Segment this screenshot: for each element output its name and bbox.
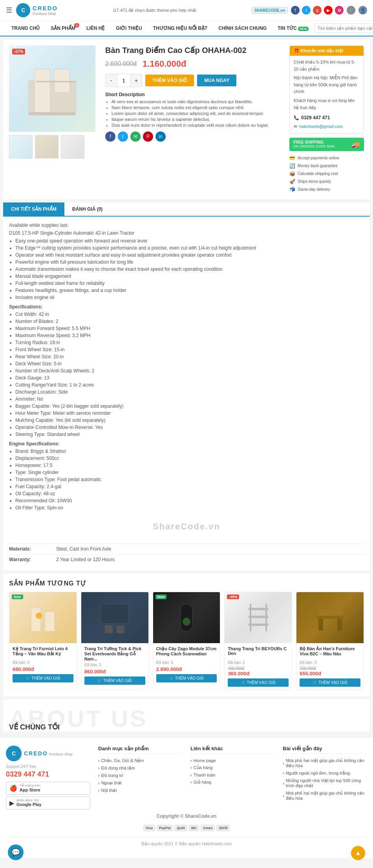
youtube-icon[interactable]: ▶	[324, 6, 333, 15]
add-to-cart-button[interactable]: THÊM VÀO GIỎ	[145, 75, 194, 86]
footer-link[interactable]: Home page	[190, 757, 275, 764]
user-icon[interactable]: 👤	[358, 6, 367, 15]
tab-features-list: Easy one-pedal speed operation with forw…	[9, 238, 364, 300]
twitter-icon[interactable]: t	[302, 6, 311, 15]
spec-item: Deck Gauge: 13	[15, 375, 364, 381]
feature-sameday: Same-day delivery	[298, 187, 330, 191]
footer: C CREDO Furniture Shop Support 24/7 free…	[0, 737, 373, 858]
card-name-4: Thang Trang Trí BEYOURs C Den	[228, 646, 289, 659]
engine-item: Fuel Capacity: 2.4-gal	[15, 484, 364, 489]
header-notice: i17.471 đề chọn được theme phù hợp nhất	[58, 8, 251, 13]
thumbnail-2[interactable]	[35, 135, 59, 159]
footer-link[interactable]: Ngoại thất	[98, 779, 183, 787]
amex-icon: Amex	[201, 825, 215, 831]
facebook-icon[interactable]: f	[291, 6, 300, 15]
footer-phone[interactable]: 0329 447 471	[6, 770, 90, 779]
nav-home[interactable]: TRANG CHỦ	[6, 21, 45, 36]
qty-plus-button[interactable]: +	[131, 74, 142, 87]
shipping-calc-icon: 📦	[289, 171, 295, 177]
spec-item: Discharge Location: Side	[15, 389, 364, 395]
buy-now-button[interactable]: MUA NGAY	[197, 75, 236, 86]
spec-item: Rear Wheel Size: 20-in	[15, 354, 364, 359]
nav-contact[interactable]: LIÊN HỆ	[81, 21, 110, 36]
footer-link[interactable]: Giỏ hàng	[190, 779, 275, 786]
google-play-button[interactable]: ▶ AVAILABLE ON Google Play	[6, 797, 90, 810]
svg-rect-9	[105, 625, 113, 633]
footer-link[interactable]: Đồ dùng nhà tắm	[98, 764, 183, 772]
svg-rect-8	[101, 604, 128, 624]
share-email[interactable]: ✉	[130, 131, 141, 142]
add-card-3-button[interactable]: 🛒THÊM VÀO GIỎ	[156, 674, 217, 682]
nav-policy[interactable]: CHÍNH SÁCH CHUNG	[213, 21, 272, 36]
logo[interactable]: C CREDO Furniture Shop	[16, 3, 58, 17]
moneyback-icon: 🔄	[289, 163, 295, 169]
add-card-1-button[interactable]: 🛒THÊM VÀO GIỎ	[13, 674, 73, 682]
contact-phone[interactable]: 0329 447 471	[301, 114, 330, 122]
svg-rect-21	[318, 610, 342, 616]
tab-reviews[interactable]: ĐÁNH GIÁ (0)	[64, 202, 110, 216]
add-card-2-button[interactable]: 🛒THÊM VÀO GIỎ	[84, 677, 145, 685]
thumbnail-1[interactable]	[9, 135, 33, 159]
footer-link[interactable]: Của hàng	[190, 764, 275, 771]
contact-email[interactable]: hatinhweb@gmail.com	[299, 123, 343, 130]
footer-blog-link[interactable]: Người ngoài ngõ đen, trong trắng	[283, 770, 367, 777]
footer-blog-link[interactable]: Nhà phố hai mặt giúp gia chủ không cần đ…	[283, 790, 367, 802]
app-store-button[interactable]: 🍎 Tải xuống trên App Store	[6, 782, 90, 795]
short-desc-title: Short Description	[105, 92, 280, 97]
quantity-input[interactable]	[117, 74, 131, 87]
spec-item: Cutting Range/Yard Size: 1 to 2 acres	[15, 382, 364, 388]
product-card-5: Bộ Bàn Ăn Han's Furniture Viva B2C – Màu…	[296, 592, 364, 690]
share-linkedin[interactable]: in	[155, 131, 166, 142]
promo-item-2: Nội thành Hà Nội: MIỄN PHÍ đơn hàng từ t…	[294, 75, 360, 95]
product-card-2: Trang Trí Tường Tick & Pick Set Everboar…	[81, 592, 149, 690]
nav-products[interactable]: SẢN PHẨM ●	[45, 21, 81, 36]
instagram-icon[interactable]: ✿	[335, 6, 344, 15]
cart-icon[interactable]: 🛒	[347, 6, 355, 15]
nav-brands[interactable]: THƯƠNG HIỆU NỔI BẬT	[148, 21, 213, 36]
footer-blog-link[interactable]: Những người nhà Việt lọt top 500 công tr…	[283, 777, 367, 790]
feature-moneyback: Money back guarantee	[298, 164, 338, 168]
svg-rect-6	[45, 612, 55, 631]
similar-title: SẢN PHẨM TƯƠNG TỰ	[9, 580, 364, 587]
footer-link[interactable]: Đồ trang trí	[98, 772, 183, 779]
feature-item: Features headlights, grease fittings, an…	[15, 288, 364, 293]
search-input[interactable]	[314, 24, 373, 33]
engine-title: Engine Specifications:	[9, 441, 364, 447]
thumbnail-3[interactable]	[61, 135, 84, 159]
share-pinterest[interactable]: P	[143, 131, 153, 142]
spec-item: Hour Meter Type: Meter with service remi…	[15, 410, 364, 416]
spec-item: Ammeter: No	[15, 396, 364, 402]
scroll-top-button[interactable]: ▲	[351, 846, 365, 858]
logo-icon: C	[16, 3, 30, 17]
product-card-4: -48% Thang Trang Trí BEYOURs C Den Đã bá…	[224, 592, 292, 690]
footer-blog-link[interactable]: Nhà phố hai mặt giúp gia chủ không cần đ…	[283, 757, 367, 770]
desc-item: Lorem ipsum dolor sit amet, consectetur …	[112, 111, 280, 116]
footer-link[interactable]: Chăn, Ga, Gối & Nệm	[98, 757, 183, 764]
hamburger-icon[interactable]: ☰	[6, 6, 12, 15]
google-icon[interactable]: g	[313, 6, 322, 15]
footer-link[interactable]: Nội thất	[98, 787, 183, 794]
svg-rect-19	[318, 619, 323, 631]
qty-minus-button[interactable]: -	[106, 74, 117, 87]
svg-rect-3	[29, 112, 76, 115]
share-facebook[interactable]: f	[105, 131, 115, 142]
svg-rect-15	[249, 608, 268, 610]
footer-link[interactable]: Thanh toán	[190, 771, 275, 779]
tab-details[interactable]: CHI TIẾT SẢN PHẨM	[3, 202, 64, 216]
visa-icon: Visa	[143, 825, 155, 831]
skrill-icon: Skrill	[216, 825, 230, 831]
price-old: 2.690.000đ	[105, 60, 137, 67]
card-name-2: Trang Trí Tường Tick & Pick Set Everboar…	[84, 646, 145, 661]
add-card-4-button[interactable]: 🛒THÊM VÀO GIỎ	[228, 678, 289, 687]
card-sold-1: Đã bán: 0	[13, 660, 73, 665]
chat-widget[interactable]: 💬	[8, 844, 24, 858]
google-play-small: AVAILABLE ON	[16, 799, 42, 802]
nav-about[interactable]: GIỚI THIỆU	[110, 21, 147, 36]
add-card-5-button[interactable]: 🛒THÊM VÀO GIỎ	[300, 678, 360, 687]
nav-news[interactable]: TIN TỨC NEW	[272, 21, 314, 36]
card-price-old-4: 400.000đ	[228, 666, 289, 671]
product-tabs: CHI TIẾT SẢN PHẨM ĐÁNH GIÁ (0) Available…	[3, 202, 370, 571]
share-twitter[interactable]: t	[118, 131, 128, 142]
spec-item: Operator-Controlled Mow-in-Reverse: Yes	[15, 425, 364, 430]
discount-badge: -57%	[12, 49, 25, 55]
